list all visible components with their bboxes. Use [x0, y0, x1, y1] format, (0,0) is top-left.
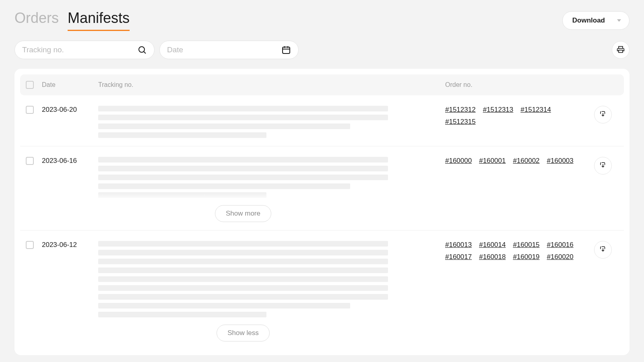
select-all-checkbox[interactable]	[26, 81, 34, 89]
skeleton-line	[98, 312, 266, 317]
svg-rect-2	[283, 47, 290, 53]
row-orders: #160000#160001#160002#160003	[445, 157, 586, 165]
skeleton-line	[98, 132, 266, 138]
search-icon	[137, 45, 147, 55]
order-link[interactable]: #160014	[479, 241, 506, 249]
svg-rect-7	[619, 50, 623, 52]
order-link[interactable]: #1512315	[445, 118, 476, 126]
row-tracking	[98, 106, 388, 138]
tab-orders[interactable]: Orders	[14, 10, 59, 31]
row-checkbox[interactable]	[26, 157, 34, 165]
svg-rect-6	[619, 46, 623, 48]
order-link[interactable]: #1512314	[520, 106, 551, 114]
order-link[interactable]: #160003	[547, 157, 574, 165]
skeleton-line	[98, 259, 388, 264]
show-toggle-button[interactable]: Show less	[217, 325, 269, 341]
row-download-button[interactable]	[594, 241, 612, 259]
printer-icon	[617, 45, 625, 55]
row-download-button[interactable]	[594, 106, 612, 123]
skeleton-line	[98, 250, 388, 255]
download-icon	[599, 162, 607, 170]
row-orders: #1512312#1512313#1512314#1512315	[445, 106, 586, 126]
skeleton-line	[98, 175, 388, 180]
skeleton-line	[98, 276, 388, 282]
order-link[interactable]: #160002	[513, 157, 539, 165]
th-tracking: Tracking no.	[98, 81, 388, 88]
skeleton-line	[98, 157, 388, 162]
order-link[interactable]: #160001	[479, 157, 506, 165]
tracking-input-wrap[interactable]	[14, 41, 155, 59]
skeleton-line	[98, 183, 350, 189]
order-link[interactable]: #1512312	[445, 106, 476, 114]
row-date: 2023-06-16	[42, 157, 90, 165]
svg-point-0	[139, 47, 144, 52]
th-date: Date	[42, 81, 90, 88]
skeleton-line	[98, 106, 388, 111]
skeleton-line	[98, 241, 388, 247]
skeleton-line	[98, 123, 350, 129]
download-icon	[599, 111, 607, 119]
print-button[interactable]	[612, 41, 630, 59]
skeleton-line	[98, 115, 388, 120]
skeleton-line	[98, 303, 350, 309]
order-link[interactable]: #160000	[445, 157, 472, 165]
row-download-button[interactable]	[594, 157, 612, 175]
skeleton-line	[98, 294, 388, 300]
skeleton-line	[98, 285, 388, 291]
skeleton-line	[98, 166, 388, 171]
row-checkbox[interactable]	[26, 106, 34, 114]
row-date: 2023-06-12	[42, 241, 90, 249]
row-tracking: Show more	[98, 157, 388, 222]
skeleton-line	[98, 192, 266, 198]
order-link[interactable]: #160019	[513, 253, 539, 261]
download-button-label: Download	[572, 16, 605, 25]
table-row: 2023-06-20#1512312#1512313#1512314#15123…	[20, 95, 624, 146]
date-input-wrap[interactable]	[159, 41, 299, 59]
row-checkbox[interactable]	[26, 241, 34, 249]
table-row: 2023-06-12Show less#160013#160014#160015…	[20, 230, 624, 350]
order-link[interactable]: #160017	[445, 253, 472, 261]
order-link[interactable]: #160020	[547, 253, 574, 261]
order-link[interactable]: #160013	[445, 241, 472, 249]
tab-manifests[interactable]: Manifests	[68, 10, 130, 31]
order-link[interactable]: #160016	[547, 241, 574, 249]
table-header: Date Tracking no. Order no.	[20, 74, 624, 95]
row-date: 2023-06-20	[42, 106, 90, 114]
table-row: 2023-06-16Show more#160000#160001#160002…	[20, 146, 624, 230]
chevron-down-icon	[617, 19, 621, 22]
show-toggle-button[interactable]: Show more	[215, 205, 271, 222]
download-button[interactable]: Download	[562, 11, 630, 30]
row-tracking: Show less	[98, 241, 388, 341]
date-input[interactable]	[167, 45, 277, 54]
svg-line-1	[144, 52, 146, 54]
order-link[interactable]: #160018	[479, 253, 506, 261]
order-link[interactable]: #160015	[513, 241, 539, 249]
calendar-icon	[281, 45, 291, 55]
download-icon	[599, 246, 607, 254]
row-orders: #160013#160014#160015#160016#160017#1600…	[445, 241, 586, 261]
order-link[interactable]: #1512313	[483, 106, 514, 114]
th-orders: Order no.	[445, 81, 586, 88]
tracking-input[interactable]	[22, 45, 133, 54]
skeleton-line	[98, 267, 388, 273]
